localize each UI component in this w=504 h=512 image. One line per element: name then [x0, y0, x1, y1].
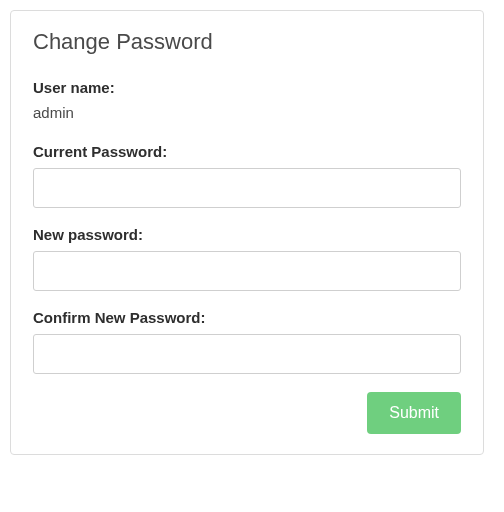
new-password-input[interactable]	[33, 251, 461, 291]
confirm-password-group: Confirm New Password:	[33, 309, 461, 374]
current-password-label: Current Password:	[33, 143, 461, 160]
current-password-input[interactable]	[33, 168, 461, 208]
new-password-group: New password:	[33, 226, 461, 291]
username-group: User name: admin	[33, 79, 461, 121]
form-actions: Submit	[33, 392, 461, 434]
change-password-panel: Change Password User name: admin Current…	[10, 10, 484, 455]
username-label: User name:	[33, 79, 461, 96]
panel-title: Change Password	[33, 29, 461, 55]
new-password-label: New password:	[33, 226, 461, 243]
confirm-password-label: Confirm New Password:	[33, 309, 461, 326]
confirm-password-input[interactable]	[33, 334, 461, 374]
username-value: admin	[33, 104, 461, 121]
submit-button[interactable]: Submit	[367, 392, 461, 434]
current-password-group: Current Password:	[33, 143, 461, 208]
